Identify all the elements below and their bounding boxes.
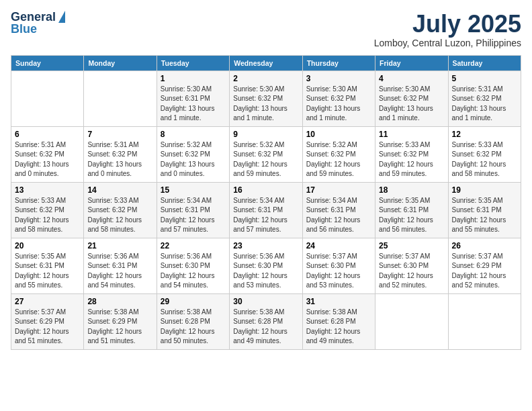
day-info: Sunrise: 5:36 AMSunset: 6:30 PMDaylight:… bbox=[233, 252, 298, 291]
calendar-week-row: 13 Sunrise: 5:33 AMSunset: 6:32 PMDaylig… bbox=[11, 182, 521, 238]
calendar-cell: 6 Sunrise: 5:31 AMSunset: 6:32 PMDayligh… bbox=[11, 126, 84, 182]
day-info: Sunrise: 5:38 AMSunset: 6:29 PMDaylight:… bbox=[87, 308, 152, 347]
day-info: Sunrise: 5:37 AMSunset: 6:30 PMDaylight:… bbox=[306, 252, 371, 291]
day-header-friday: Friday bbox=[375, 55, 448, 71]
calendar-cell: 28 Sunrise: 5:38 AMSunset: 6:29 PMDaylig… bbox=[84, 293, 157, 349]
logo-text-general: General bbox=[11, 10, 56, 24]
day-info: Sunrise: 5:34 AMSunset: 6:31 PMDaylight:… bbox=[233, 196, 298, 235]
title-block: July 2025 Lomboy, Central Luzon, Philipp… bbox=[374, 11, 521, 48]
day-number: 1 bbox=[161, 74, 226, 83]
calendar-cell: 5 Sunrise: 5:31 AMSunset: 6:32 PMDayligh… bbox=[448, 71, 521, 126]
day-info: Sunrise: 5:30 AMSunset: 6:31 PMDaylight:… bbox=[161, 85, 226, 124]
calendar-cell: 25 Sunrise: 5:37 AMSunset: 6:30 PMDaylig… bbox=[375, 238, 448, 293]
day-header-thursday: Thursday bbox=[302, 55, 375, 71]
day-number: 27 bbox=[15, 297, 80, 306]
page-header: General Blue July 2025 Lomboy, Central L… bbox=[11, 11, 521, 48]
day-info: Sunrise: 5:38 AMSunset: 6:28 PMDaylight:… bbox=[306, 308, 371, 347]
calendar-cell bbox=[84, 71, 157, 126]
day-header-sunday: Sunday bbox=[11, 55, 84, 71]
day-info: Sunrise: 5:33 AMSunset: 6:32 PMDaylight:… bbox=[15, 196, 80, 235]
day-info: Sunrise: 5:37 AMSunset: 6:29 PMDaylight:… bbox=[15, 308, 80, 347]
day-number: 18 bbox=[379, 185, 444, 195]
day-header-tuesday: Tuesday bbox=[157, 55, 229, 71]
day-info: Sunrise: 5:36 AMSunset: 6:31 PMDaylight:… bbox=[87, 252, 152, 291]
calendar-table: SundayMondayTuesdayWednesdayThursdayFrid… bbox=[11, 55, 521, 350]
day-number: 17 bbox=[306, 185, 371, 195]
calendar-cell: 21 Sunrise: 5:36 AMSunset: 6:31 PMDaylig… bbox=[84, 238, 157, 293]
calendar-cell: 10 Sunrise: 5:32 AMSunset: 6:32 PMDaylig… bbox=[302, 126, 375, 182]
day-info: Sunrise: 5:31 AMSunset: 6:32 PMDaylight:… bbox=[452, 85, 517, 124]
day-number: 16 bbox=[233, 185, 298, 195]
day-header-monday: Monday bbox=[84, 55, 157, 71]
day-info: Sunrise: 5:38 AMSunset: 6:28 PMDaylight:… bbox=[161, 308, 226, 347]
calendar-cell: 20 Sunrise: 5:35 AMSunset: 6:31 PMDaylig… bbox=[11, 238, 84, 293]
day-info: Sunrise: 5:34 AMSunset: 6:31 PMDaylight:… bbox=[306, 196, 371, 235]
day-number: 24 bbox=[306, 241, 371, 250]
day-number: 13 bbox=[15, 185, 80, 195]
calendar-cell bbox=[11, 71, 84, 126]
day-info: Sunrise: 5:33 AMSunset: 6:32 PMDaylight:… bbox=[379, 140, 444, 179]
day-number: 23 bbox=[233, 241, 298, 250]
calendar-week-row: 1 Sunrise: 5:30 AMSunset: 6:31 PMDayligh… bbox=[11, 71, 521, 126]
calendar-cell: 11 Sunrise: 5:33 AMSunset: 6:32 PMDaylig… bbox=[375, 126, 448, 182]
calendar-cell: 29 Sunrise: 5:38 AMSunset: 6:28 PMDaylig… bbox=[157, 293, 229, 349]
calendar-cell: 4 Sunrise: 5:30 AMSunset: 6:32 PMDayligh… bbox=[375, 71, 448, 126]
day-info: Sunrise: 5:34 AMSunset: 6:31 PMDaylight:… bbox=[161, 196, 226, 235]
day-number: 2 bbox=[233, 74, 298, 83]
day-number: 19 bbox=[452, 185, 517, 195]
day-info: Sunrise: 5:33 AMSunset: 6:32 PMDaylight:… bbox=[87, 196, 152, 235]
calendar-cell bbox=[448, 293, 521, 349]
calendar-cell bbox=[375, 293, 448, 349]
calendar-week-row: 20 Sunrise: 5:35 AMSunset: 6:31 PMDaylig… bbox=[11, 238, 521, 293]
calendar-cell: 17 Sunrise: 5:34 AMSunset: 6:31 PMDaylig… bbox=[302, 182, 375, 238]
day-number: 21 bbox=[87, 241, 152, 250]
day-number: 25 bbox=[379, 241, 444, 250]
day-info: Sunrise: 5:31 AMSunset: 6:32 PMDaylight:… bbox=[87, 140, 152, 179]
day-number: 12 bbox=[452, 130, 517, 139]
day-number: 11 bbox=[379, 130, 444, 139]
calendar-week-row: 6 Sunrise: 5:31 AMSunset: 6:32 PMDayligh… bbox=[11, 126, 521, 182]
calendar-cell: 12 Sunrise: 5:33 AMSunset: 6:32 PMDaylig… bbox=[448, 126, 521, 182]
day-info: Sunrise: 5:32 AMSunset: 6:32 PMDaylight:… bbox=[233, 140, 298, 179]
day-number: 4 bbox=[379, 74, 444, 83]
day-number: 28 bbox=[87, 297, 152, 306]
calendar-cell: 7 Sunrise: 5:31 AMSunset: 6:32 PMDayligh… bbox=[84, 126, 157, 182]
calendar-cell: 15 Sunrise: 5:34 AMSunset: 6:31 PMDaylig… bbox=[157, 182, 229, 238]
day-number: 20 bbox=[15, 241, 80, 250]
calendar-cell: 24 Sunrise: 5:37 AMSunset: 6:30 PMDaylig… bbox=[302, 238, 375, 293]
month-title: July 2025 bbox=[374, 11, 521, 38]
calendar-cell: 23 Sunrise: 5:36 AMSunset: 6:30 PMDaylig… bbox=[230, 238, 302, 293]
calendar-header-row: SundayMondayTuesdayWednesdayThursdayFrid… bbox=[11, 55, 521, 71]
day-info: Sunrise: 5:32 AMSunset: 6:32 PMDaylight:… bbox=[161, 140, 226, 179]
day-info: Sunrise: 5:35 AMSunset: 6:31 PMDaylight:… bbox=[15, 252, 80, 291]
day-info: Sunrise: 5:33 AMSunset: 6:32 PMDaylight:… bbox=[452, 140, 517, 179]
day-number: 30 bbox=[233, 297, 298, 306]
calendar-cell: 30 Sunrise: 5:38 AMSunset: 6:28 PMDaylig… bbox=[230, 293, 302, 349]
day-info: Sunrise: 5:35 AMSunset: 6:31 PMDaylight:… bbox=[452, 196, 517, 235]
calendar-cell: 3 Sunrise: 5:30 AMSunset: 6:32 PMDayligh… bbox=[302, 71, 375, 126]
day-number: 14 bbox=[87, 185, 152, 195]
day-number: 31 bbox=[306, 297, 371, 306]
day-info: Sunrise: 5:30 AMSunset: 6:32 PMDaylight:… bbox=[379, 85, 444, 124]
day-info: Sunrise: 5:35 AMSunset: 6:31 PMDaylight:… bbox=[379, 196, 444, 235]
day-info: Sunrise: 5:30 AMSunset: 6:32 PMDaylight:… bbox=[233, 85, 298, 124]
day-number: 6 bbox=[15, 130, 80, 139]
calendar-cell: 22 Sunrise: 5:36 AMSunset: 6:30 PMDaylig… bbox=[157, 238, 229, 293]
day-info: Sunrise: 5:32 AMSunset: 6:32 PMDaylight:… bbox=[306, 140, 371, 179]
day-info: Sunrise: 5:38 AMSunset: 6:28 PMDaylight:… bbox=[233, 308, 298, 347]
day-info: Sunrise: 5:31 AMSunset: 6:32 PMDaylight:… bbox=[15, 140, 80, 179]
day-info: Sunrise: 5:37 AMSunset: 6:30 PMDaylight:… bbox=[379, 252, 444, 291]
day-header-wednesday: Wednesday bbox=[230, 55, 302, 71]
day-number: 29 bbox=[161, 297, 226, 306]
calendar-cell: 18 Sunrise: 5:35 AMSunset: 6:31 PMDaylig… bbox=[375, 182, 448, 238]
day-info: Sunrise: 5:30 AMSunset: 6:32 PMDaylight:… bbox=[306, 85, 371, 124]
logo-text-blue: Blue bbox=[11, 23, 37, 36]
day-number: 8 bbox=[161, 130, 226, 139]
calendar-cell: 14 Sunrise: 5:33 AMSunset: 6:32 PMDaylig… bbox=[84, 182, 157, 238]
calendar-cell: 1 Sunrise: 5:30 AMSunset: 6:31 PMDayligh… bbox=[157, 71, 229, 126]
day-number: 9 bbox=[233, 130, 298, 139]
day-number: 26 bbox=[452, 241, 517, 250]
day-info: Sunrise: 5:36 AMSunset: 6:30 PMDaylight:… bbox=[161, 252, 226, 291]
day-number: 3 bbox=[306, 74, 371, 83]
day-number: 15 bbox=[161, 185, 226, 195]
